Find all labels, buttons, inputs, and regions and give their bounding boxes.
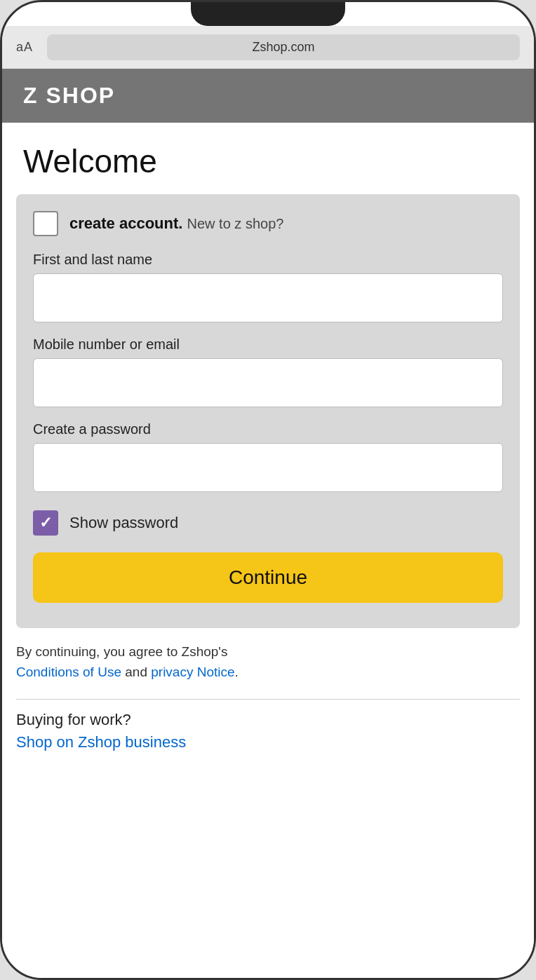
browser-bar: aA Zshop.com [2, 26, 534, 69]
create-account-text: create account. New to z shop? [69, 215, 283, 233]
password-input[interactable] [33, 443, 503, 492]
create-account-checkbox[interactable] [33, 211, 58, 236]
email-label: Mobile number or email [33, 336, 503, 353]
privacy-link[interactable]: privacy Notice [151, 665, 234, 679]
phone-notch [191, 2, 345, 26]
buying-work-title: Buying for work? [16, 711, 520, 729]
url-bar[interactable]: Zshop.com [47, 34, 520, 60]
font-size-control[interactable]: aA [16, 40, 33, 55]
buying-work-section: Buying for work? Shop on Zshop business [2, 711, 534, 771]
app-content: Welcome create account. New to z shop? F… [2, 123, 534, 978]
page-title: Welcome [2, 123, 534, 194]
checkmark-icon: ✓ [39, 515, 52, 531]
app-logo: Z SHOP [23, 83, 513, 109]
phone-frame: aA Zshop.com Z SHOP Welcome create accou… [0, 0, 536, 980]
continue-button[interactable]: Continue [33, 552, 503, 603]
legal-text: By continuing, you agree to Zshop's Cond… [2, 628, 534, 682]
name-label: First and last name [33, 252, 503, 268]
form-container: create account. New to z shop? First and… [16, 194, 520, 628]
app-header: Z SHOP [2, 69, 534, 123]
show-password-label: Show password [69, 514, 178, 532]
conditions-link[interactable]: Conditions of Use [16, 665, 121, 679]
section-divider [16, 699, 520, 700]
create-account-row: create account. New to z shop? [33, 211, 503, 236]
name-input[interactable] [33, 273, 503, 322]
buying-work-link[interactable]: Shop on Zshop business [16, 733, 186, 751]
password-label: Create a password [33, 421, 503, 437]
show-password-checkbox[interactable]: ✓ [33, 510, 58, 536]
email-input[interactable] [33, 358, 503, 407]
show-password-row: ✓ Show password [33, 510, 503, 536]
